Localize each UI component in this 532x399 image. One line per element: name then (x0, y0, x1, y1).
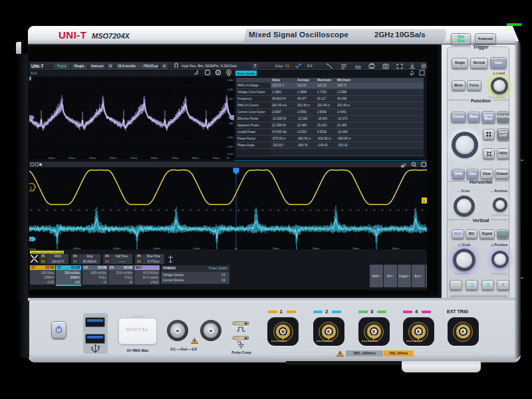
svg-text:10ms: 10ms (273, 247, 281, 250)
svg-text:40ms: 40ms (392, 247, 400, 250)
svg-text:40AV: 40AV (227, 88, 234, 91)
svg-text:-10ms: -10ms (192, 247, 201, 250)
svg-text:10: 10 (226, 156, 229, 160)
svg-text:0AV: 0AV (229, 122, 234, 125)
svg-text:50ms: 50ms (130, 156, 138, 160)
svg-text:-20ms: -20ms (152, 247, 161, 250)
svg-text:60ms: 60ms (151, 156, 159, 160)
svg-text:10ms: 10ms (48, 156, 56, 160)
svg-text:-20AV: -20AV (226, 136, 233, 139)
svg-text:0s: 0s (235, 247, 238, 250)
svg-text:30ms: 30ms (89, 156, 97, 160)
svg-text:70ms: 70ms (172, 156, 180, 160)
svg-text:Vbase=1.480 Vamp=2.560 f=50H: Vbase=1.480 Vamp=2.560 f=50Hz (31, 251, 64, 254)
svg-text:Acq: Acq (355, 65, 361, 68)
svg-text:20AV: 20AV (227, 97, 234, 100)
svg-text:50ms: 50ms (29, 247, 37, 251)
svg-text:1: 1 (30, 186, 32, 190)
svg-text:20ms: 20ms (313, 247, 321, 250)
svg-text:90ms: 90ms (213, 156, 221, 160)
svg-text:20ms: 20ms (68, 156, 76, 160)
svg-text:-30ms: -30ms (112, 247, 121, 250)
svg-text:-40ms: -40ms (72, 247, 81, 250)
svg-text:40ms: 40ms (110, 156, 118, 160)
svg-text:30ms: 30ms (352, 247, 360, 250)
svg-text:-60AV: -60AV (226, 152, 233, 156)
svg-text:60AV: 60AV (227, 78, 234, 82)
svg-text:-40AV: -40AV (226, 145, 233, 148)
svg-text:80ms: 80ms (192, 156, 200, 160)
svg-text:1: 1 (423, 199, 425, 203)
